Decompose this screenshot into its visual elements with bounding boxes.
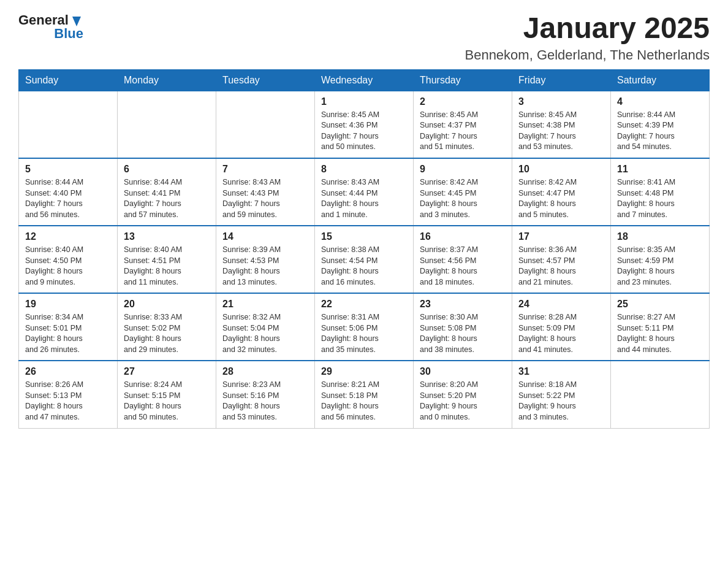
- calendar-week-row: 1Sunrise: 8:45 AM Sunset: 4:36 PM Daylig…: [19, 91, 710, 158]
- title-area: January 2025 Bennekom, Gelderland, The N…: [464, 12, 710, 63]
- day-number: 1: [321, 96, 407, 107]
- table-row: 30Sunrise: 8:20 AM Sunset: 5:20 PM Dayli…: [414, 361, 512, 428]
- calendar-week-row: 12Sunrise: 8:40 AM Sunset: 4:50 PM Dayli…: [19, 226, 710, 293]
- table-row: 19Sunrise: 8:34 AM Sunset: 5:01 PM Dayli…: [19, 293, 118, 361]
- day-info: Sunrise: 8:44 AM Sunset: 4:41 PM Dayligh…: [124, 177, 210, 220]
- day-info: Sunrise: 8:42 AM Sunset: 4:45 PM Dayligh…: [420, 177, 506, 220]
- table-row: 5Sunrise: 8:44 AM Sunset: 4:40 PM Daylig…: [19, 158, 118, 226]
- table-row: 1Sunrise: 8:45 AM Sunset: 4:36 PM Daylig…: [315, 91, 414, 158]
- day-info: Sunrise: 8:45 AM Sunset: 4:38 PM Dayligh…: [518, 110, 604, 153]
- calendar-week-row: 19Sunrise: 8:34 AM Sunset: 5:01 PM Dayli…: [19, 293, 710, 361]
- day-info: Sunrise: 8:37 AM Sunset: 4:56 PM Dayligh…: [420, 245, 506, 288]
- day-number: 17: [518, 231, 604, 242]
- table-row: 2Sunrise: 8:45 AM Sunset: 4:37 PM Daylig…: [414, 91, 512, 158]
- logo: General Blue: [18, 12, 83, 42]
- table-row: 17Sunrise: 8:36 AM Sunset: 4:57 PM Dayli…: [512, 226, 611, 293]
- day-info: Sunrise: 8:20 AM Sunset: 5:20 PM Dayligh…: [420, 380, 506, 423]
- table-row: 11Sunrise: 8:41 AM Sunset: 4:48 PM Dayli…: [611, 158, 710, 226]
- day-number: 15: [321, 231, 407, 242]
- day-number: 24: [518, 299, 604, 310]
- day-number: 13: [124, 231, 210, 242]
- day-number: 21: [222, 299, 308, 310]
- day-info: Sunrise: 8:40 AM Sunset: 4:51 PM Dayligh…: [124, 245, 210, 288]
- day-info: Sunrise: 8:31 AM Sunset: 5:06 PM Dayligh…: [321, 312, 407, 355]
- day-number: 29: [321, 366, 407, 377]
- day-number: 16: [420, 231, 506, 242]
- table-row: 6Sunrise: 8:44 AM Sunset: 4:41 PM Daylig…: [118, 158, 216, 226]
- day-number: 28: [222, 366, 308, 377]
- day-info: Sunrise: 8:24 AM Sunset: 5:15 PM Dayligh…: [124, 380, 210, 423]
- table-row: 7Sunrise: 8:43 AM Sunset: 4:43 PM Daylig…: [216, 158, 315, 226]
- day-number: 8: [321, 164, 407, 175]
- calendar-week-row: 26Sunrise: 8:26 AM Sunset: 5:13 PM Dayli…: [19, 361, 710, 428]
- day-info: Sunrise: 8:35 AM Sunset: 4:59 PM Dayligh…: [617, 245, 703, 288]
- table-row: 22Sunrise: 8:31 AM Sunset: 5:06 PM Dayli…: [315, 293, 414, 361]
- day-number: 31: [518, 366, 604, 377]
- col-monday: Monday: [118, 69, 216, 91]
- day-number: 2: [420, 96, 506, 107]
- table-row: 14Sunrise: 8:39 AM Sunset: 4:53 PM Dayli…: [216, 226, 315, 293]
- table-row: 16Sunrise: 8:37 AM Sunset: 4:56 PM Dayli…: [414, 226, 512, 293]
- svg-marker-0: [72, 17, 81, 26]
- table-row: 25Sunrise: 8:27 AM Sunset: 5:11 PM Dayli…: [611, 293, 710, 361]
- day-info: Sunrise: 8:44 AM Sunset: 4:39 PM Dayligh…: [617, 110, 703, 153]
- col-sunday: Sunday: [19, 69, 118, 91]
- day-info: Sunrise: 8:38 AM Sunset: 4:54 PM Dayligh…: [321, 245, 407, 288]
- page-header: General Blue January 2025 Bennekom, Geld…: [18, 12, 710, 63]
- calendar-table: Sunday Monday Tuesday Wednesday Thursday…: [18, 69, 710, 429]
- table-row: [19, 91, 118, 158]
- day-number: 6: [124, 164, 210, 175]
- table-row: 9Sunrise: 8:42 AM Sunset: 4:45 PM Daylig…: [414, 158, 512, 226]
- day-number: 22: [321, 299, 407, 310]
- day-number: 5: [25, 164, 111, 175]
- table-row: 10Sunrise: 8:42 AM Sunset: 4:47 PM Dayli…: [512, 158, 611, 226]
- table-row: 27Sunrise: 8:24 AM Sunset: 5:15 PM Dayli…: [118, 361, 216, 428]
- table-row: 24Sunrise: 8:28 AM Sunset: 5:09 PM Dayli…: [512, 293, 611, 361]
- day-number: 7: [222, 164, 308, 175]
- day-info: Sunrise: 8:43 AM Sunset: 4:43 PM Dayligh…: [222, 177, 308, 220]
- day-number: 27: [124, 366, 210, 377]
- table-row: 20Sunrise: 8:33 AM Sunset: 5:02 PM Dayli…: [118, 293, 216, 361]
- header-row: Sunday Monday Tuesday Wednesday Thursday…: [19, 69, 710, 91]
- day-number: 10: [518, 164, 604, 175]
- table-row: 29Sunrise: 8:21 AM Sunset: 5:18 PM Dayli…: [315, 361, 414, 428]
- day-info: Sunrise: 8:41 AM Sunset: 4:48 PM Dayligh…: [617, 177, 703, 220]
- day-info: Sunrise: 8:36 AM Sunset: 4:57 PM Dayligh…: [518, 245, 604, 288]
- day-info: Sunrise: 8:21 AM Sunset: 5:18 PM Dayligh…: [321, 380, 407, 423]
- table-row: 31Sunrise: 8:18 AM Sunset: 5:22 PM Dayli…: [512, 361, 611, 428]
- day-info: Sunrise: 8:43 AM Sunset: 4:44 PM Dayligh…: [321, 177, 407, 220]
- col-saturday: Saturday: [611, 69, 710, 91]
- table-row: 26Sunrise: 8:26 AM Sunset: 5:13 PM Dayli…: [19, 361, 118, 428]
- calendar-week-row: 5Sunrise: 8:44 AM Sunset: 4:40 PM Daylig…: [19, 158, 710, 226]
- col-friday: Friday: [512, 69, 611, 91]
- day-number: 18: [617, 231, 703, 242]
- day-number: 4: [617, 96, 703, 107]
- day-info: Sunrise: 8:34 AM Sunset: 5:01 PM Dayligh…: [25, 312, 111, 355]
- calendar-subtitle: Bennekom, Gelderland, The Netherlands: [464, 47, 710, 63]
- day-number: 3: [518, 96, 604, 107]
- col-tuesday: Tuesday: [216, 69, 315, 91]
- day-number: 12: [25, 231, 111, 242]
- day-info: Sunrise: 8:42 AM Sunset: 4:47 PM Dayligh…: [518, 177, 604, 220]
- day-info: Sunrise: 8:23 AM Sunset: 5:16 PM Dayligh…: [222, 380, 308, 423]
- table-row: 8Sunrise: 8:43 AM Sunset: 4:44 PM Daylig…: [315, 158, 414, 226]
- day-number: 11: [617, 164, 703, 175]
- table-row: 15Sunrise: 8:38 AM Sunset: 4:54 PM Dayli…: [315, 226, 414, 293]
- day-number: 23: [420, 299, 506, 310]
- day-number: 19: [25, 299, 111, 310]
- table-row: 12Sunrise: 8:40 AM Sunset: 4:50 PM Dayli…: [19, 226, 118, 293]
- table-row: 4Sunrise: 8:44 AM Sunset: 4:39 PM Daylig…: [611, 91, 710, 158]
- table-row: 13Sunrise: 8:40 AM Sunset: 4:51 PM Dayli…: [118, 226, 216, 293]
- day-number: 26: [25, 366, 111, 377]
- day-info: Sunrise: 8:18 AM Sunset: 5:22 PM Dayligh…: [518, 380, 604, 423]
- day-info: Sunrise: 8:33 AM Sunset: 5:02 PM Dayligh…: [124, 312, 210, 355]
- day-number: 14: [222, 231, 308, 242]
- day-info: Sunrise: 8:45 AM Sunset: 4:36 PM Dayligh…: [321, 110, 407, 153]
- table-row: [118, 91, 216, 158]
- table-row: 3Sunrise: 8:45 AM Sunset: 4:38 PM Daylig…: [512, 91, 611, 158]
- table-row: [216, 91, 315, 158]
- table-row: 21Sunrise: 8:32 AM Sunset: 5:04 PM Dayli…: [216, 293, 315, 361]
- table-row: 28Sunrise: 8:23 AM Sunset: 5:16 PM Dayli…: [216, 361, 315, 428]
- day-info: Sunrise: 8:39 AM Sunset: 4:53 PM Dayligh…: [222, 245, 308, 288]
- col-thursday: Thursday: [414, 69, 512, 91]
